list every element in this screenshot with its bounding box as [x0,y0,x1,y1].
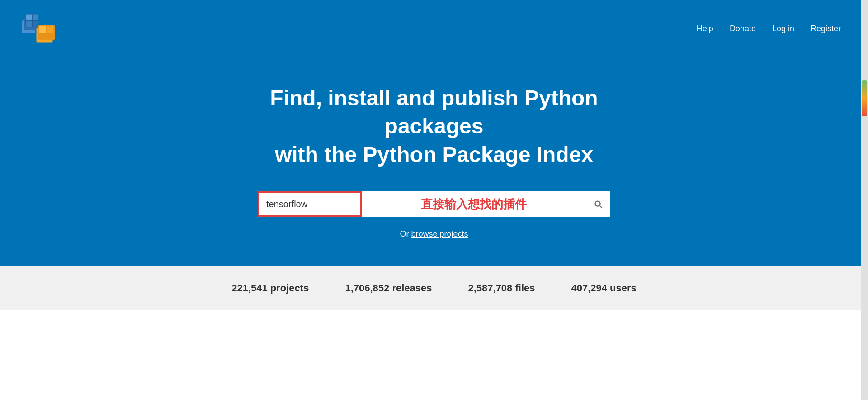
search-button[interactable] [586,199,610,209]
stats-section: 221,541 projects 1,706,852 releases 2,58… [0,266,868,310]
stat-releases-number: 1,706,852 releases [345,282,432,294]
hero-title-line2: with the Python Package Index [275,143,593,167]
browse-text: Or browse projects [400,229,468,239]
scrollbar-thumb [862,80,867,116]
browse-projects-link[interactable]: browse projects [411,229,468,238]
pypi-logo [18,8,59,49]
svg-rect-8 [33,21,38,27]
svg-rect-7 [26,21,32,27]
hero-content: Find, install and publish Python package… [0,57,868,239]
stat-releases: 1,706,852 releases [345,282,432,294]
stat-users: 407,294 users [571,282,636,294]
search-right-panel: 直接输入想找的插件 [362,191,610,217]
svg-rect-10 [47,26,53,33]
scrollbar[interactable] [861,0,868,400]
svg-rect-5 [26,14,32,20]
stat-users-number: 407,294 users [571,282,636,294]
nav-register-link[interactable]: Register [811,24,841,33]
nav-donate-link[interactable]: Donate [730,24,756,33]
search-icon [593,199,603,209]
search-container: 直接输入想找的插件 [258,191,610,217]
search-input-wrapper [258,191,362,217]
svg-rect-6 [33,14,38,20]
hero-title-line1: Find, install and publish Python package… [270,86,598,138]
browse-prefix: Or [400,229,411,238]
search-annotation: 直接输入想找的插件 [362,196,586,212]
navbar: Help Donate Log in Register [0,0,868,57]
nav-help-link[interactable]: Help [697,24,713,33]
nav-links: Help Donate Log in Register [697,24,841,33]
stat-files: 2,587,708 files [468,282,535,294]
stat-projects-number: 221,541 projects [231,282,309,294]
nav-login-link[interactable]: Log in [772,24,794,33]
stat-projects: 221,541 projects [231,282,309,294]
hero-title: Find, install and publish Python package… [231,84,637,169]
logo-area[interactable] [18,8,59,49]
search-input[interactable] [259,193,360,215]
stat-files-number: 2,587,708 files [468,282,535,294]
hero-section: Help Donate Log in Register Find, instal… [0,0,868,266]
svg-rect-9 [39,26,46,33]
